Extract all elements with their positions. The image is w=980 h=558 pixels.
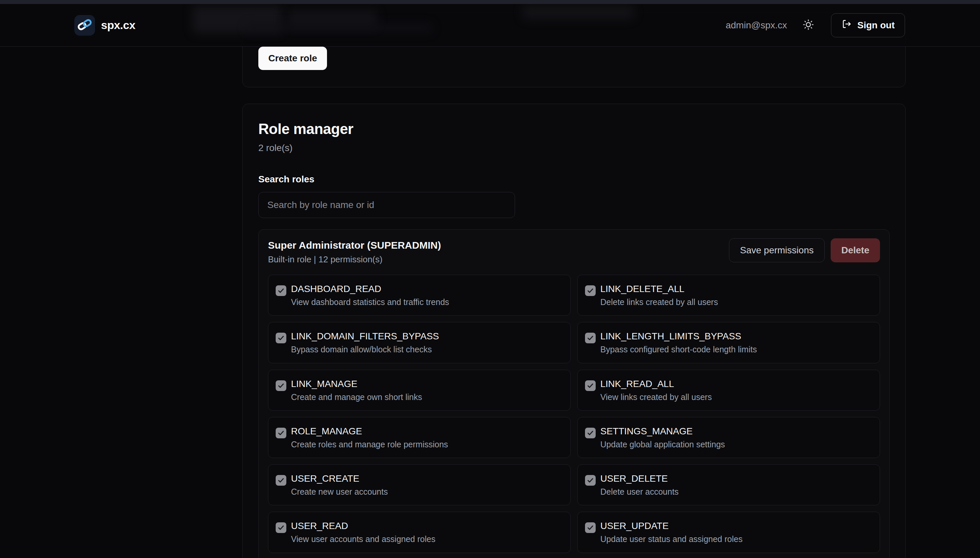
user-email: admin@spx.cx [726,20,787,31]
save-permissions-button[interactable]: Save permissions [729,238,825,263]
sign-out-label: Sign out [857,20,895,31]
permission-checkbox-checked[interactable] [276,380,286,391]
permission-tile: LINK_DELETE_ALL Delete links created by … [577,275,880,316]
permission-name: LINK_DELETE_ALL [600,283,718,295]
permission-description: Bypass configured short-code length limi… [600,344,757,354]
permission-checkbox-checked[interactable] [276,286,286,296]
role-count: 2 role(s) [258,143,890,153]
permission-checkbox-checked[interactable] [276,333,286,343]
permission-text: LINK_DOMAIN_FILTERS_BYPASS Bypass domain… [291,330,439,354]
permission-checkbox-checked[interactable] [585,428,596,438]
sun-icon [802,19,814,32]
logout-icon [841,19,852,32]
theme-toggle-button[interactable] [802,19,814,32]
permission-checkbox-checked[interactable] [585,475,596,486]
permissions-grid: DASHBOARD_READ View dashboard statistics… [268,275,880,553]
window-top-strip [0,0,980,4]
permission-tile: DASHBOARD_READ View dashboard statistics… [268,275,571,316]
top-navbar: spx.cx admin@spx.cx [0,4,980,47]
permission-name: SETTINGS_MANAGE [600,425,725,437]
permission-tile: LINK_LENGTH_LIMITS_BYPASS Bypass configu… [577,322,880,363]
permission-description: Create new user accounts [291,487,388,497]
role-manager-card: Role manager 2 role(s) Search roles Supe… [243,103,906,558]
permission-name: ROLE_MANAGE [291,425,448,437]
permission-checkbox-checked[interactable] [276,475,286,486]
permission-name: USER_DELETE [600,473,678,484]
permission-text: DASHBOARD_READ View dashboard statistics… [291,283,449,307]
permission-tile: USER_UPDATE Update user status and assig… [577,512,880,553]
permission-description: Bypass domain allow/block list checks [291,344,439,354]
permission-text: USER_DELETE Delete user accounts [600,473,678,497]
brand[interactable]: spx.cx [74,15,135,36]
permission-text: ROLE_MANAGE Create roles and manage role… [291,425,448,450]
page-title: Role manager [258,121,890,137]
permission-description: Delete user accounts [600,487,678,497]
permission-text: USER_READ View user accounts and assigne… [291,520,435,544]
permission-description: View dashboard statistics and traffic tr… [291,297,449,307]
permission-name: USER_READ [291,520,435,532]
permission-description: View user accounts and assigned roles [291,534,435,544]
permission-name: LINK_MANAGE [291,378,422,390]
permission-text: LINK_DELETE_ALL Delete links created by … [600,283,718,307]
search-roles-label: Search roles [258,174,890,185]
permission-checkbox-checked[interactable] [585,333,596,343]
brand-logo [74,15,95,36]
permission-name: LINK_LENGTH_LIMITS_BYPASS [600,330,757,342]
permission-tile: LINK_MANAGE Create and manage own short … [268,370,571,411]
permission-checkbox-checked[interactable] [276,522,286,533]
permission-description: View links created by all users [600,392,712,402]
permission-description: Update user status and assigned roles [600,534,743,544]
permission-checkbox-checked[interactable] [585,380,596,391]
role-title: Super Administrator (SUPERADMIN) [268,240,441,251]
permission-text: USER_UPDATE Update user status and assig… [600,520,743,544]
permission-description: Delete links created by all users [600,297,718,307]
permission-name: USER_CREATE [291,473,388,484]
permission-text: LINK_READ_ALL View links created by all … [600,378,712,402]
permission-name: DASHBOARD_READ [291,283,449,295]
permission-tile: LINK_DOMAIN_FILTERS_BYPASS Bypass domain… [268,322,571,363]
permission-description: Create roles and manage role permissions [291,439,448,450]
search-roles-input[interactable] [258,192,515,218]
permission-tile: LINK_READ_ALL View links created by all … [577,370,880,411]
role-meta: Built-in role | 12 permission(s) [268,254,441,265]
permission-description: Create and manage own short links [291,392,422,402]
permission-name: USER_UPDATE [600,520,743,532]
brand-name: spx.cx [101,19,135,32]
link-icon [77,17,92,34]
permission-text: USER_CREATE Create new user accounts [291,473,388,497]
delete-role-button[interactable]: Delete [831,238,880,263]
permission-tile: USER_READ View user accounts and assigne… [268,512,571,553]
permission-tile: SETTINGS_MANAGE Update global applicatio… [577,417,880,458]
role-card-superadmin: Super Administrator (SUPERADMIN) Built-i… [258,229,890,558]
permission-checkbox-checked[interactable] [585,522,596,533]
permission-description: Update global application settings [600,439,725,450]
permission-name: LINK_READ_ALL [600,378,712,390]
permission-tile: USER_CREATE Create new user accounts [268,464,571,505]
permission-text: LINK_MANAGE Create and manage own short … [291,378,422,402]
permission-checkbox-checked[interactable] [276,428,286,438]
permission-text: LINK_LENGTH_LIMITS_BYPASS Bypass configu… [600,330,757,354]
create-role-button[interactable]: Create role [258,47,327,70]
permission-tile: USER_DELETE Delete user accounts [577,464,880,505]
permission-checkbox-checked[interactable] [585,286,596,296]
sign-out-button[interactable]: Sign out [831,13,905,37]
permission-name: LINK_DOMAIN_FILTERS_BYPASS [291,330,439,342]
role-header-text: Super Administrator (SUPERADMIN) Built-i… [268,238,441,265]
permission-text: SETTINGS_MANAGE Update global applicatio… [600,425,725,450]
permission-tile: ROLE_MANAGE Create roles and manage role… [268,417,571,458]
